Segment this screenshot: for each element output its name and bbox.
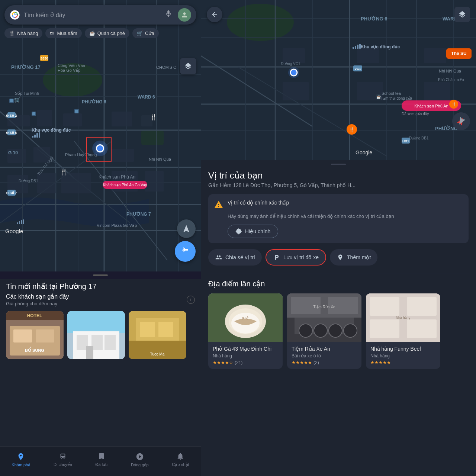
stars-3: ★★★★★ bbox=[370, 360, 391, 365]
nearby-rating-2: ★★★★★ (2) bbox=[292, 360, 357, 365]
nearby-rating-1: ★★★★☆ (21) bbox=[213, 360, 278, 365]
svg-rect-173 bbox=[407, 319, 437, 338]
calibrate-button[interactable]: Hiệu chỉnh bbox=[228, 225, 278, 238]
search-bar[interactable]: Tìm kiếm ở đây bbox=[4, 5, 196, 25]
warning-card: Vị trí có độ chính xác thấp Hãy dùng máy… bbox=[208, 194, 469, 243]
svg-point-162 bbox=[329, 324, 342, 337]
hotels-price-label: Giá phòng cho đêm nay bbox=[6, 301, 69, 306]
category-cafe[interactable]: ☕ Quán cà phê bbox=[85, 28, 129, 38]
nearby-card-1[interactable]: Phở Phở Gà 43 Mạc Đình Chi Nhà hàng ★★★★… bbox=[208, 293, 283, 369]
add-more-label: Thêm một bbox=[347, 254, 371, 260]
category-pills: 🍴 Nhà hàng 🛍 Mua sắm ☕ Quán cà phê 🛒 Cửa bbox=[0, 28, 201, 38]
svg-rect-33 bbox=[145, 171, 164, 192]
svg-text:Khách sạn Phú An Go Vap: Khách sạn Phú An Go Vap bbox=[103, 183, 147, 187]
layers-button[interactable] bbox=[180, 58, 196, 74]
svg-text:Đường VC1: Đường VC1 bbox=[281, 62, 300, 66]
share-location-button[interactable]: Chia sẻ vị trí bbox=[208, 249, 262, 266]
warning-header: Vị trí có độ chính xác thấp bbox=[214, 199, 463, 209]
layers-button-right[interactable] bbox=[454, 7, 470, 22]
stars-2: ★★★★★ bbox=[292, 360, 312, 365]
nav-commute[interactable]: Di chuyển bbox=[54, 452, 72, 467]
parking-icon bbox=[273, 254, 280, 261]
saved-icon bbox=[97, 452, 106, 461]
back-button[interactable] bbox=[207, 7, 222, 22]
category-store[interactable]: 🛒 Cửa bbox=[132, 28, 159, 38]
nearby-card-2[interactable]: Tiệm Rửa Xe Tiệm Rửa Xe An Bãi rửa xe ô … bbox=[287, 293, 361, 369]
svg-text:PHƯỜNG 17: PHƯỜNG 17 bbox=[11, 64, 41, 70]
svg-text:Đ.Số 6: Đ.Số 6 bbox=[6, 131, 17, 135]
nav-saved-label: Đã lưu bbox=[96, 462, 108, 467]
info-icon[interactable]: i bbox=[187, 296, 195, 304]
navigate-button[interactable] bbox=[177, 219, 196, 238]
hotels-subtitle-row: Các khách sạn gần đây Giá phòng cho đêm … bbox=[6, 293, 195, 306]
map-area-left[interactable]: PHƯỜNG 17 PHƯỜNG 6 WARD 6 G 10 PHƯỜNG 7 … bbox=[0, 0, 201, 271]
category-restaurant[interactable]: 🍴 Nhà hàng bbox=[4, 28, 42, 38]
svg-rect-24 bbox=[112, 112, 132, 126]
svg-rect-22 bbox=[37, 110, 52, 126]
microphone-icon[interactable] bbox=[164, 10, 175, 20]
save-parking-button[interactable]: Lưu vị trí đỗ xe bbox=[266, 249, 326, 266]
svg-text:HOTEL: HOTEL bbox=[27, 313, 42, 318]
svg-text:🍴: 🍴 bbox=[349, 126, 355, 133]
svg-rect-119 bbox=[424, 48, 446, 63]
hotel-card-2[interactable] bbox=[67, 311, 125, 359]
svg-text:Đường DB1: Đường DB1 bbox=[19, 179, 38, 183]
svg-text:Tạm thời đóng cửa: Tạm thời đóng cửa bbox=[381, 96, 412, 100]
nearby-name-3: Nhà hàng Funny Beef bbox=[370, 345, 436, 352]
svg-text:Đ.Số 7: Đ.Số 7 bbox=[6, 191, 17, 195]
svg-text:Đường DB1: Đường DB1 bbox=[409, 136, 429, 140]
user-avatar[interactable] bbox=[178, 8, 191, 22]
nav-contribute[interactable]: Đóng góp bbox=[131, 452, 149, 467]
svg-rect-96 bbox=[140, 322, 155, 337]
svg-text:Khách sạn Phú An: Khách sạn Phú An bbox=[99, 174, 135, 180]
svg-rect-69 bbox=[32, 136, 33, 138]
svg-text:Khu vực đông đúc: Khu vực đông đúc bbox=[32, 128, 71, 133]
bottom-spacer bbox=[201, 369, 476, 376]
svg-text:Nhi Nhi Qua: Nhi Nhi Qua bbox=[439, 69, 461, 73]
svg-point-161 bbox=[314, 324, 327, 337]
svg-text:Hóa Gò Vấp: Hóa Gò Vấp bbox=[58, 68, 80, 73]
svg-rect-171 bbox=[407, 297, 437, 316]
svg-point-141 bbox=[290, 69, 297, 76]
svg-rect-87 bbox=[67, 311, 125, 333]
nav-explore[interactable]: Khám phá bbox=[12, 452, 30, 467]
directions-fab[interactable] bbox=[175, 241, 196, 262]
svg-text:Vincom Plaza Gò Vấp: Vincom Plaza Gò Vấp bbox=[97, 223, 137, 228]
svg-rect-23 bbox=[63, 113, 82, 126]
map-background-right: PHƯỜNG 6 WARD 6 PHƯỜNG 7 Khu vực đông đú… bbox=[201, 0, 476, 160]
bottom-sheet-left: Tin mới nhất tại Phường 17 Các khách sạn… bbox=[0, 279, 201, 446]
svg-rect-70 bbox=[34, 135, 36, 138]
hotels-section-label: Các khách sạn gần đây Giá phòng cho đêm … bbox=[6, 293, 69, 306]
nav-updates[interactable]: Cập nhật bbox=[172, 452, 189, 467]
svg-text:Tuco Ma: Tuco Ma bbox=[150, 352, 165, 356]
updates-icon bbox=[176, 452, 185, 461]
svg-text:Phú Châu miếu: Phú Châu miếu bbox=[438, 78, 464, 82]
svg-rect-91 bbox=[104, 335, 116, 350]
nav-saved[interactable]: Đã lưu bbox=[96, 452, 108, 467]
svg-rect-127 bbox=[357, 45, 358, 49]
svg-text:Công Viên Văn: Công Viên Văn bbox=[58, 63, 85, 68]
nearby-name-2: Tiệm Rửa Xe An bbox=[292, 345, 357, 352]
map-area-right[interactable]: PHƯỜNG 6 WARD 6 PHƯỜNG 7 Khu vực đông đú… bbox=[201, 0, 476, 160]
hotel-card-3[interactable]: Tuco Ma bbox=[129, 311, 186, 359]
svg-rect-170 bbox=[370, 297, 399, 316]
calibrate-label: Hiệu chỉnh bbox=[245, 228, 270, 234]
svg-text:PHƯỜNG 6: PHƯỜNG 6 bbox=[361, 16, 387, 22]
svg-rect-2 bbox=[141, 130, 164, 145]
nav-explore-label: Khám phá bbox=[12, 463, 30, 467]
nearby-card-1-info: Phở Gà 43 Mạc Đình Chi Nhà hàng ★★★★☆ (2… bbox=[208, 342, 283, 369]
svg-text:Khu vực đông đúc: Khu vực đông đúc bbox=[361, 44, 400, 49]
compass-button[interactable] bbox=[452, 112, 470, 130]
svg-rect-55 bbox=[75, 110, 78, 113]
svg-text:PHƯỜNG 7: PHƯỜNG 7 bbox=[126, 211, 151, 217]
search-input[interactable]: Tìm kiếm ở đây bbox=[24, 12, 161, 19]
hotel-cards-container: BỔ SUNG HOTEL bbox=[6, 311, 195, 359]
category-shopping[interactable]: 🛍 Mua sắm bbox=[45, 28, 81, 38]
share-icon bbox=[215, 254, 222, 261]
nearby-card-3[interactable]: Nhà hàng Nhà hàng Funny Beef Nhà hàng ★★… bbox=[366, 293, 440, 369]
svg-rect-115 bbox=[283, 48, 305, 63]
warning-title: Vị trí có độ chính xác thấp bbox=[228, 199, 289, 207]
svg-text:VC1: VC1 bbox=[354, 67, 361, 71]
add-more-button[interactable]: Thêm một bbox=[330, 249, 377, 266]
hotel-card-1[interactable]: BỔ SUNG HOTEL bbox=[6, 311, 64, 359]
